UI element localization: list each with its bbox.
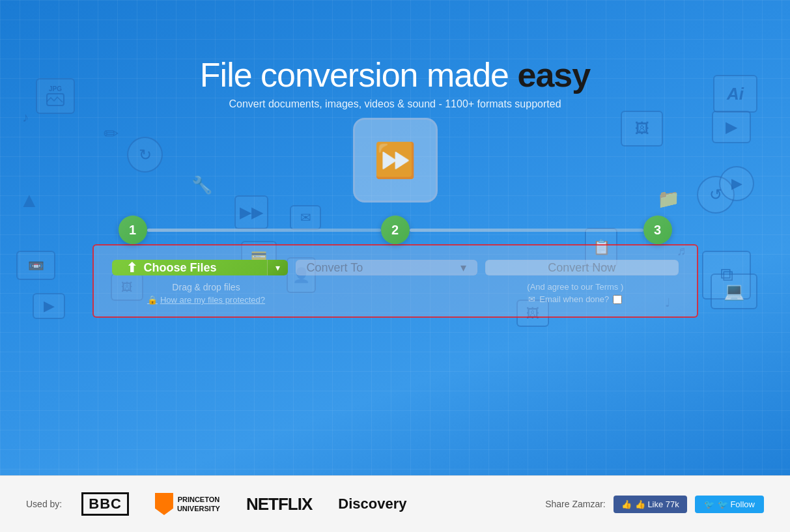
protection-link[interactable]: 🔒 How are my files protected? — [112, 295, 301, 305]
right-info: (And agree to our Terms ) ✉ Email when d… — [472, 282, 678, 304]
step-connector-1 — [147, 229, 381, 232]
like-button[interactable]: 👍 👍 Like 77k — [614, 496, 687, 513]
music-note-left-icon: ♪ — [20, 107, 31, 128]
steps-container: 1 2 3 ⬆ Choose Files ▾ — [92, 216, 698, 318]
image-right-icon: 🖼 — [621, 111, 663, 147]
center-play-icon: ⏩ — [353, 118, 438, 203]
action-box: ⬆ Choose Files ▾ Convert To ▾ Convert No… — [92, 244, 698, 318]
video-icon: ▶ — [712, 111, 751, 143]
choose-files-group[interactable]: ⬆ Choose Files ▾ — [112, 260, 288, 275]
laptop-icon: 💻 — [711, 273, 757, 309]
jpg-icon: JPG — [36, 78, 75, 114]
choose-files-dropdown-button[interactable]: ▾ — [267, 260, 288, 275]
title-area: File conversion made easy Convert docume… — [200, 55, 590, 110]
like-label: 👍 Like 77k — [635, 499, 679, 509]
footer-logos: BBC PRINCETONUNIVERSITY NETFLIX Discover… — [81, 492, 545, 516]
footer: Used by: BBC PRINCETONUNIVERSITY NETFLIX… — [0, 475, 790, 532]
share-label: Share Zamzar: — [545, 499, 606, 509]
folder-icon: 📁 — [655, 186, 683, 212]
convert-to-dropdown[interactable]: Convert To ▾ — [296, 260, 477, 275]
netflix-logo: NETFLIX — [246, 494, 312, 514]
bbc-logo: BBC — [81, 492, 129, 516]
pencil-icon: ✏ — [101, 120, 121, 147]
cassette-icon: 📼 — [16, 251, 55, 280]
youtube-icon: ▶ — [33, 293, 65, 319]
princeton-logo: PRINCETONUNIVERSITY — [155, 493, 220, 515]
play-arrows-icon: ⏩ — [374, 141, 416, 180]
choose-files-button[interactable]: ⬆ Choose Files — [112, 260, 267, 275]
play-right-icon: ▶ — [719, 166, 754, 201]
email-icon: ✉ — [528, 294, 535, 304]
facebook-icon: 👍 — [621, 499, 632, 509]
below-row: Drag & drop files 🔒 How are my files pro… — [112, 282, 679, 305]
drag-drop-text: Drag & drop files — [112, 282, 301, 292]
page-title: File conversion made easy — [200, 55, 590, 94]
action-row: ⬆ Choose Files ▾ Convert To ▾ Convert No… — [112, 260, 679, 275]
steps-line: 1 2 3 — [92, 216, 698, 244]
hero-section: JPG ✏ ↻ ♪ ▲ 📼 ▶ 🖼 🔧 ▶▶ ✉ 💳 👤 Ai 🖼 ▶ 📁 ↺ … — [0, 0, 790, 475]
princeton-shield — [155, 493, 173, 515]
step-3-bubble: 3 — [643, 216, 672, 244]
triangle-icon: ▲ — [16, 186, 42, 215]
subtitle: Convert documents, images, videos & soun… — [200, 98, 590, 110]
ai-icon: Ai — [713, 75, 757, 113]
email-checkbox[interactable] — [613, 295, 622, 304]
upload-icon: ⬆ — [126, 260, 137, 275]
used-by-label: Used by: — [26, 499, 62, 509]
left-info: Drag & drop files 🔒 How are my files pro… — [112, 282, 301, 305]
lock-icon: 🔒 — [147, 295, 158, 305]
wrench-icon: 🔧 — [189, 173, 215, 198]
follow-label: 🐦 Follow — [718, 499, 755, 509]
step-2-bubble: 2 — [381, 216, 410, 244]
email-row: ✉ Email when done? — [472, 294, 678, 304]
refresh-icon: ↻ — [127, 137, 163, 173]
footer-share: Share Zamzar: 👍 👍 Like 77k 🐦 🐦 Follow — [545, 496, 764, 513]
convert-now-button[interactable]: Convert Now — [485, 260, 679, 275]
terms-link[interactable]: Terms — [595, 282, 618, 292]
twitter-icon: 🐦 — [704, 499, 714, 509]
follow-button[interactable]: 🐦 🐦 Follow — [695, 496, 764, 513]
princeton-text: PRINCETONUNIVERSITY — [177, 495, 220, 514]
step-connector-2 — [410, 229, 643, 232]
agree-text: (And agree to our Terms ) — [472, 282, 678, 292]
discovery-logo: Discovery — [338, 496, 406, 512]
step-1-bubble: 1 — [119, 216, 147, 244]
